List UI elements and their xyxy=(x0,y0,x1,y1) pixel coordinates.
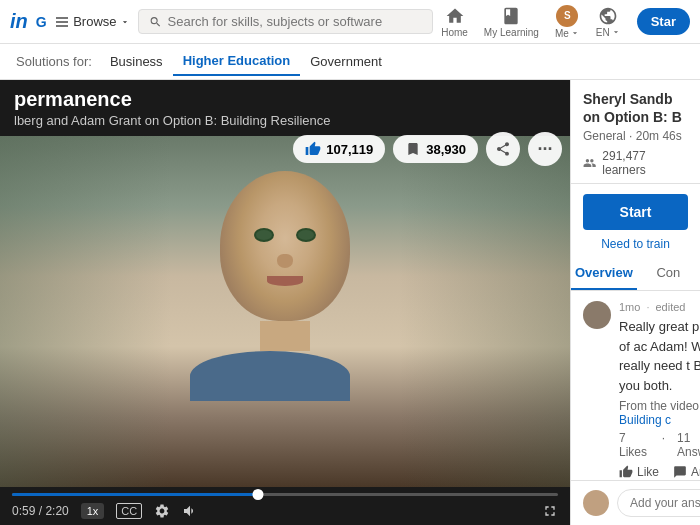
solutions-link-higher-education[interactable]: Higher Education xyxy=(173,47,301,76)
users-icon xyxy=(583,156,596,170)
comment-time: 1mo xyxy=(619,301,640,313)
globe-icon xyxy=(598,6,618,26)
video-panel: permanence lberg and Adam Grant on Optio… xyxy=(0,80,570,525)
bookmark-icon xyxy=(405,141,421,157)
comment-likes: 7 Likes xyxy=(619,431,650,459)
home-label: Home xyxy=(441,27,468,38)
share-icon xyxy=(495,141,511,157)
time-display: 0:59 / 2:20 xyxy=(12,504,69,518)
nav-icons: Home My Learning S Me EN xyxy=(441,5,621,39)
comment-item: 1mo · edited Really great piece of ac Ad… xyxy=(583,301,688,479)
video-frame[interactable] xyxy=(0,136,570,487)
tab-content[interactable]: Con xyxy=(637,257,700,290)
comment-like-button[interactable]: Like xyxy=(619,465,659,479)
comment-text: Really great piece of ac Adam! We really… xyxy=(619,317,700,395)
learners-row: 291,477 learners xyxy=(583,149,688,177)
start-course-button[interactable]: Start xyxy=(583,194,688,230)
logo-text: G xyxy=(36,14,46,30)
me-nav-item[interactable]: S Me xyxy=(555,5,580,39)
fullscreen-icon[interactable] xyxy=(542,503,558,519)
avatar: S xyxy=(556,5,578,27)
add-comment-bar xyxy=(571,480,700,525)
comment-actions: Like Answe xyxy=(619,465,700,479)
comment-from-link[interactable]: Building c xyxy=(619,413,671,427)
language-label: EN xyxy=(596,27,621,38)
like-count: 107,119 xyxy=(326,142,373,157)
like-button[interactable]: 107,119 xyxy=(293,135,385,163)
comment-edited: edited xyxy=(655,301,685,313)
video-action-bar: 107,119 38,930 ··· xyxy=(293,132,562,166)
my-learning-nav-item[interactable]: My Learning xyxy=(484,6,539,38)
train-link[interactable]: Need to train xyxy=(571,232,700,257)
commenter-avatar xyxy=(583,490,609,516)
video-content xyxy=(0,136,570,487)
learners-count: 291,477 learners xyxy=(602,149,688,177)
search-box[interactable] xyxy=(138,9,434,34)
progress-fill xyxy=(12,493,258,496)
comment-separator2: · xyxy=(662,431,665,459)
svg-rect-1 xyxy=(56,21,68,22)
settings-icon[interactable] xyxy=(154,503,170,519)
course-header: Sheryl Sandb on Option B: B General · 20… xyxy=(571,80,700,184)
comment-time-row: 1mo · edited xyxy=(619,301,700,313)
right-panel: Sheryl Sandb on Option B: B General · 20… xyxy=(570,80,700,525)
comment-separator: · xyxy=(646,301,649,313)
solutions-label: Solutions for: xyxy=(16,54,92,69)
search-icon xyxy=(149,15,162,29)
video-subtitle: lberg and Adam Grant on Option B: Buildi… xyxy=(14,113,556,128)
caption-button[interactable]: CC xyxy=(116,503,142,519)
solutions-link-business[interactable]: Business xyxy=(100,48,173,75)
comment-answer-button[interactable]: Answe xyxy=(673,465,700,479)
progress-bar[interactable] xyxy=(12,493,558,496)
save-button[interactable]: 38,930 xyxy=(393,135,478,163)
book-icon xyxy=(501,6,521,26)
share-button[interactable] xyxy=(486,132,520,166)
solutions-link-government[interactable]: Government xyxy=(300,48,392,75)
progress-thumb[interactable] xyxy=(252,489,263,500)
more-options-button[interactable]: ··· xyxy=(528,132,562,166)
add-comment-input[interactable] xyxy=(617,489,700,517)
video-title-bar: permanence lberg and Adam Grant on Optio… xyxy=(0,80,570,136)
browse-button[interactable]: Browse xyxy=(54,14,129,30)
reply-icon xyxy=(673,465,687,479)
right-tabs: Overview Con xyxy=(571,257,700,291)
me-label: Me xyxy=(555,28,580,39)
comment-from: From the video: Building c xyxy=(619,399,700,427)
top-nav: in G Browse Home My Learning S Me EN Sta… xyxy=(0,0,700,44)
home-icon xyxy=(445,6,465,26)
solutions-bar: Solutions for: Business Higher Education… xyxy=(0,44,700,80)
start-button[interactable]: Star xyxy=(637,8,690,35)
comment-answers: 11 Answers xyxy=(677,431,700,459)
home-nav-item[interactable]: Home xyxy=(441,6,468,38)
my-learning-label: My Learning xyxy=(484,27,539,38)
browse-label: Browse xyxy=(73,14,116,29)
like-icon xyxy=(619,465,633,479)
comment-stats: 7 Likes · 11 Answers xyxy=(619,431,700,459)
tab-overview[interactable]: Overview xyxy=(571,257,637,290)
svg-rect-0 xyxy=(56,17,68,18)
search-input[interactable] xyxy=(168,14,423,29)
video-title: permanence xyxy=(14,88,556,111)
svg-rect-2 xyxy=(56,25,68,26)
volume-icon[interactable] xyxy=(182,503,198,519)
main-content: permanence lberg and Adam Grant on Optio… xyxy=(0,80,700,525)
logo: in xyxy=(10,10,28,33)
control-row: 0:59 / 2:20 1x CC xyxy=(12,503,558,519)
speed-button[interactable]: 1x xyxy=(81,503,105,519)
course-title: Sheryl Sandb on Option B: B xyxy=(583,90,688,126)
comment-avatar xyxy=(583,301,611,329)
video-controls: 0:59 / 2:20 1x CC xyxy=(0,487,570,525)
comments-section: 1mo · edited Really great piece of ac Ad… xyxy=(571,291,700,480)
course-meta: General · 20m 46s xyxy=(583,129,688,143)
save-count: 38,930 xyxy=(426,142,466,157)
thumbs-up-icon xyxy=(305,141,321,157)
language-nav-item[interactable]: EN xyxy=(596,6,621,38)
